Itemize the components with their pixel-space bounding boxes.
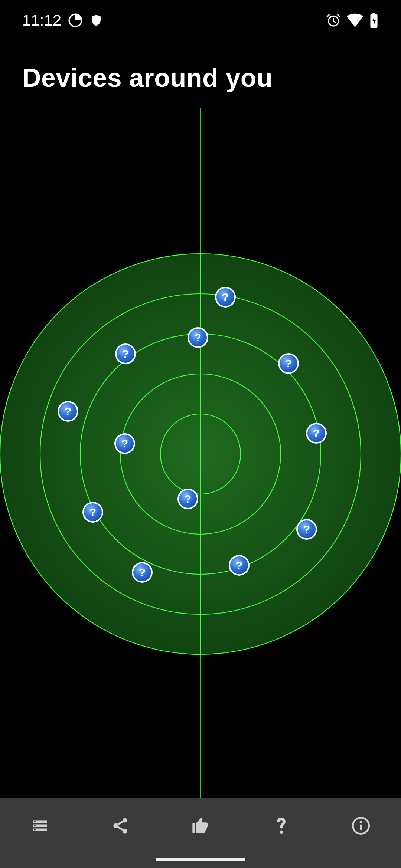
wifi-icon xyxy=(347,13,363,28)
device-marker-label: ? xyxy=(303,523,310,535)
radar-svg: ???????????? xyxy=(0,108,401,798)
thumbs-up-icon xyxy=(191,816,210,835)
device-marker[interactable]: ? xyxy=(278,353,299,374)
status-bar: 11:12 xyxy=(0,0,401,41)
status-right xyxy=(326,13,379,28)
device-marker[interactable]: ? xyxy=(58,401,78,422)
device-marker[interactable]: ? xyxy=(177,489,198,509)
svg-point-46 xyxy=(123,829,127,834)
device-marker[interactable]: ? xyxy=(82,502,103,523)
device-marker[interactable]: ? xyxy=(306,423,327,444)
shield-icon xyxy=(89,14,103,27)
svg-point-45 xyxy=(113,823,118,828)
device-marker-label: ? xyxy=(236,559,242,571)
device-marker[interactable]: ? xyxy=(229,555,250,576)
svg-point-49 xyxy=(360,821,362,823)
data-saver-icon xyxy=(68,13,83,28)
page-title: Devices around you xyxy=(22,63,273,93)
bottom-nav xyxy=(0,798,401,868)
gesture-bar[interactable] xyxy=(156,858,245,861)
svg-point-44 xyxy=(123,818,127,823)
svg-rect-3 xyxy=(372,13,375,15)
nav-help-button[interactable] xyxy=(241,798,321,853)
device-marker-label: ? xyxy=(89,506,96,518)
list-icon xyxy=(31,816,49,835)
device-marker-label: ? xyxy=(313,427,320,439)
device-marker-label: ? xyxy=(139,566,146,578)
svg-rect-50 xyxy=(360,825,362,830)
device-marker-label: ? xyxy=(285,357,292,369)
device-marker[interactable]: ? xyxy=(132,562,153,583)
nav-like-button[interactable] xyxy=(160,798,241,853)
device-marker-label: ? xyxy=(185,493,191,505)
device-marker-label: ? xyxy=(65,405,71,417)
device-marker-label: ? xyxy=(195,331,201,343)
device-marker-label: ? xyxy=(222,291,229,303)
svg-point-41 xyxy=(34,821,36,822)
device-marker[interactable]: ? xyxy=(296,519,317,540)
svg-point-43 xyxy=(34,829,36,831)
nav-list-button[interactable] xyxy=(0,798,80,853)
device-marker-label: ? xyxy=(121,437,128,450)
nav-info-button[interactable] xyxy=(321,798,401,853)
status-left: 11:12 xyxy=(22,11,103,29)
share-icon xyxy=(111,816,130,835)
nav-share-button[interactable] xyxy=(80,798,160,853)
svg-point-47 xyxy=(280,830,283,834)
radar-view[interactable]: ???????????? xyxy=(0,108,401,798)
help-icon xyxy=(272,815,289,836)
status-time: 11:12 xyxy=(22,11,61,29)
info-icon xyxy=(351,816,371,835)
device-marker[interactable]: ? xyxy=(215,287,236,308)
svg-point-42 xyxy=(34,825,36,826)
device-marker[interactable]: ? xyxy=(114,433,135,454)
battery-charging-icon xyxy=(369,13,379,28)
device-marker-label: ? xyxy=(122,348,129,360)
device-marker[interactable]: ? xyxy=(115,343,136,364)
device-marker[interactable]: ? xyxy=(188,327,208,348)
alarm-icon xyxy=(326,13,341,28)
